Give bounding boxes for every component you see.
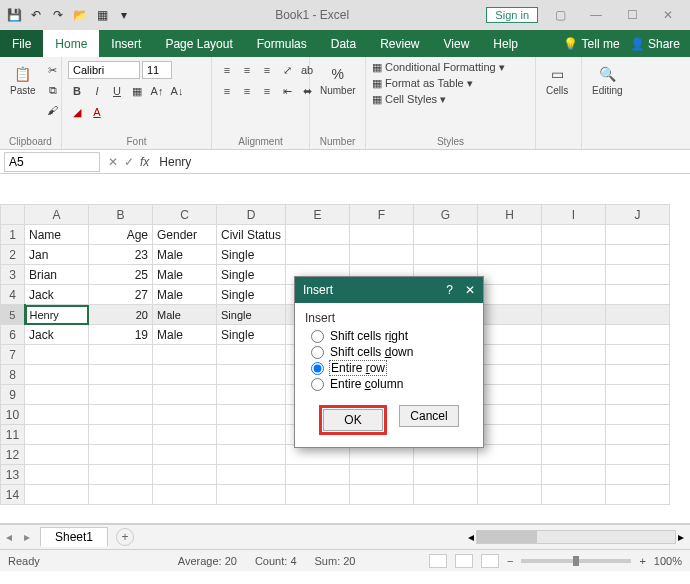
cell[interactable]	[414, 225, 478, 245]
col-header[interactable]: F	[350, 205, 414, 225]
cell[interactable]	[414, 465, 478, 485]
cell[interactable]	[153, 405, 217, 425]
cell[interactable]	[606, 465, 670, 485]
minimize-icon[interactable]: —	[582, 8, 610, 22]
opt-entire-row[interactable]: Entire row	[311, 361, 473, 375]
dialog-close-icon[interactable]: ✕	[465, 283, 475, 297]
cell[interactable]	[606, 385, 670, 405]
cell[interactable]	[153, 445, 217, 465]
cell[interactable]	[350, 485, 414, 505]
ribbon-display-icon[interactable]: ▢	[546, 8, 574, 22]
cell[interactable]	[478, 465, 542, 485]
cell[interactable]: Jack	[25, 325, 89, 345]
cell[interactable]	[606, 425, 670, 445]
cell[interactable]	[478, 385, 542, 405]
normal-view-icon[interactable]	[429, 554, 447, 568]
align-right-icon[interactable]: ≡	[258, 82, 276, 100]
cell[interactable]	[478, 445, 542, 465]
cell[interactable]	[286, 485, 350, 505]
cell[interactable]	[606, 445, 670, 465]
cell[interactable]	[217, 345, 286, 365]
conditional-formatting-button[interactable]: ▦ Conditional Formatting ▾	[372, 61, 505, 74]
cell[interactable]: 23	[89, 245, 153, 265]
cell[interactable]: Jack	[25, 285, 89, 305]
opt-shift-down[interactable]: Shift cells down	[311, 345, 473, 359]
cell[interactable]	[478, 365, 542, 385]
cell[interactable]: Single	[217, 245, 286, 265]
tab-insert[interactable]: Insert	[99, 30, 153, 57]
cell-styles-button[interactable]: ▦ Cell Styles ▾	[372, 93, 446, 106]
cell[interactable]	[542, 365, 606, 385]
redo-icon[interactable]: ↷	[50, 7, 66, 23]
cell[interactable]	[350, 245, 414, 265]
zoom-out-icon[interactable]: −	[507, 555, 513, 567]
cell[interactable]	[217, 485, 286, 505]
align-center-icon[interactable]: ≡	[238, 82, 256, 100]
cell[interactable]	[350, 465, 414, 485]
cell[interactable]	[542, 305, 606, 325]
cell[interactable]	[542, 325, 606, 345]
cell[interactable]	[153, 465, 217, 485]
cell[interactable]: 19	[89, 325, 153, 345]
row-header[interactable]: 3	[1, 265, 25, 285]
tab-data[interactable]: Data	[319, 30, 368, 57]
cell[interactable]	[217, 425, 286, 445]
cell[interactable]	[217, 445, 286, 465]
cell[interactable]	[25, 465, 89, 485]
cell[interactable]	[542, 405, 606, 425]
paste-button[interactable]: 📋 Paste	[6, 61, 40, 98]
col-header[interactable]: J	[606, 205, 670, 225]
cell[interactable]	[217, 405, 286, 425]
cell[interactable]	[542, 465, 606, 485]
border-button[interactable]: ▦	[128, 82, 146, 100]
col-header[interactable]: H	[478, 205, 542, 225]
font-name-input[interactable]	[68, 61, 140, 79]
cell[interactable]	[478, 345, 542, 365]
row-header[interactable]: 2	[1, 245, 25, 265]
cell[interactable]	[478, 305, 542, 325]
cell[interactable]	[478, 485, 542, 505]
cell[interactable]	[606, 325, 670, 345]
zoom-in-icon[interactable]: +	[639, 555, 645, 567]
name-box[interactable]: A5	[4, 152, 100, 172]
cell[interactable]	[25, 485, 89, 505]
cell[interactable]	[478, 405, 542, 425]
align-left-icon[interactable]: ≡	[218, 82, 236, 100]
cell[interactable]	[153, 345, 217, 365]
cell[interactable]: 25	[89, 265, 153, 285]
row-header[interactable]: 1	[1, 225, 25, 245]
row-header[interactable]: 5	[1, 305, 25, 325]
cell[interactable]	[606, 305, 670, 325]
cut-icon[interactable]: ✂	[44, 61, 62, 79]
cell[interactable]: Name	[25, 225, 89, 245]
cell[interactable]	[153, 365, 217, 385]
grid-icon[interactable]: ▦	[94, 7, 110, 23]
cell[interactable]: Male	[153, 265, 217, 285]
cell[interactable]: Male	[153, 325, 217, 345]
row-header[interactable]: 8	[1, 365, 25, 385]
cell[interactable]	[478, 265, 542, 285]
cell[interactable]	[478, 425, 542, 445]
scroll-thumb[interactable]	[477, 531, 537, 543]
col-header[interactable]: E	[286, 205, 350, 225]
cell[interactable]: Civil Status	[217, 225, 286, 245]
cell[interactable]	[217, 365, 286, 385]
formula-input[interactable]: Henry	[153, 155, 690, 169]
row-header[interactable]: 6	[1, 325, 25, 345]
cell[interactable]	[542, 385, 606, 405]
cell[interactable]	[542, 285, 606, 305]
col-header[interactable]: C	[153, 205, 217, 225]
cell[interactable]	[25, 365, 89, 385]
save-icon[interactable]: 💾	[6, 7, 22, 23]
cell[interactable]: Male	[153, 245, 217, 265]
tab-file[interactable]: File	[0, 30, 43, 57]
cell[interactable]	[606, 345, 670, 365]
format-painter-icon[interactable]: 🖌	[44, 101, 62, 119]
cell[interactable]	[542, 345, 606, 365]
cell[interactable]	[414, 485, 478, 505]
zoom-slider[interactable]	[521, 559, 631, 563]
cell[interactable]	[89, 385, 153, 405]
cell[interactable]	[153, 485, 217, 505]
cell[interactable]	[606, 365, 670, 385]
scroll-left-icon[interactable]: ◂	[468, 530, 474, 544]
